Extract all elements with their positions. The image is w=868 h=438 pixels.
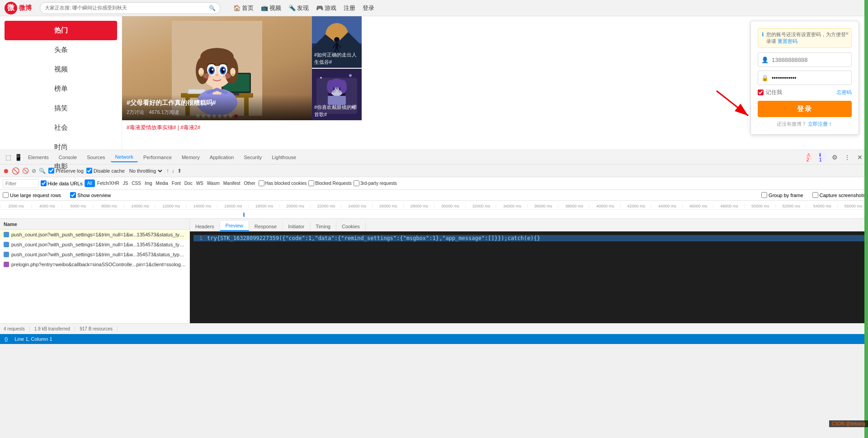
filter-manifest[interactable]: Manifest: [222, 180, 242, 187]
throttle-select[interactable]: No throttling: [127, 168, 164, 174]
notification-close-button[interactable]: ✕: [845, 31, 849, 37]
page-content: 热门 头条 视频 榜单 搞笑 社会 时尚 电影: [0, 16, 868, 150]
sidebar-item-fashion[interactable]: 时尚: [0, 137, 122, 157]
main-image-caption: #父母看好的工作真的很糟糕吗# 2万讨论 4676.1万阅读: [122, 94, 312, 120]
main-image-stats: 2万讨论 4676.1万阅读: [127, 109, 307, 116]
address-bar[interactable]: 大家正在搜: 哪个瞬间让你感受到秋天 🔍: [40, 2, 221, 14]
filter-media[interactable]: Media: [155, 180, 170, 187]
show-overview-checkbox[interactable]: [70, 192, 76, 198]
settings-icon[interactable]: ⚙: [830, 153, 839, 162]
sidebar-item-hot[interactable]: 热门: [5, 21, 117, 40]
sidebar-item-headlines[interactable]: 头条: [0, 40, 122, 60]
tab-memory[interactable]: Memory: [177, 153, 204, 162]
third-party-label[interactable]: 3rd-party requests: [354, 180, 397, 186]
login-button[interactable]: 登录: [758, 101, 852, 117]
options-right: Group by frame Capture screenshots: [761, 192, 865, 198]
import-icon[interactable]: ↑: [166, 168, 169, 174]
close-devtools-button[interactable]: ✕: [855, 153, 864, 162]
nav-links: 🏠 首页 📺 视频 🔦 发现 🎮 游戏 注册 登录: [233, 4, 374, 12]
tab-security[interactable]: Security: [239, 153, 266, 162]
requests-list: Name push_count.json?with_push_settings=…: [0, 219, 190, 323]
request-name: push_count.json?with_push_settings=1&tri…: [11, 252, 186, 257]
more-icon[interactable]: ⋮: [843, 153, 852, 162]
request-name: prelogin.php?entry=weibo&callback=sinaSS…: [11, 262, 186, 267]
large-request-rows-label[interactable]: Use large request rows: [3, 192, 61, 198]
hashtag-2[interactable]: #毒液2#: [180, 124, 200, 131]
weibo-logo-text: 微博: [19, 4, 32, 12]
show-overview-label[interactable]: Show overview: [70, 192, 111, 198]
nav-games[interactable]: 🎮 游戏: [316, 4, 336, 12]
filter-js[interactable]: JS: [122, 180, 130, 187]
svg-point-54: [349, 74, 352, 77]
blocked-requests-checkbox[interactable]: [308, 180, 314, 186]
hide-data-urls-checkbox[interactable]: [41, 180, 47, 186]
capture-screenshots-label[interactable]: Capture screenshots: [812, 192, 866, 198]
blocked-requests-label[interactable]: Blocked Requests: [308, 180, 352, 186]
capture-screenshots-checkbox[interactable]: [812, 192, 818, 198]
password-input[interactable]: [758, 71, 852, 85]
table-row[interactable]: push_count.json?with_push_settings=1&tri…: [0, 230, 189, 240]
register-link[interactable]: 立即注册！: [808, 121, 833, 127]
group-by-frame-label[interactable]: Group by frame: [761, 192, 803, 198]
sidebar-item-society[interactable]: 社会: [0, 118, 122, 137]
group-by-frame-checkbox[interactable]: [761, 192, 767, 198]
tab-lighthouse[interactable]: Lighthouse: [267, 153, 301, 162]
filter-wasm[interactable]: Wasm: [206, 180, 221, 187]
devtools-icons-right: ⚠ 2 ℹ 1 ⚙ ⋮ ✕: [805, 153, 864, 162]
filter-font[interactable]: Font: [170, 180, 182, 187]
reset-password-link[interactable]: 重置密码: [778, 38, 797, 44]
filter-doc[interactable]: Doc: [183, 180, 194, 187]
table-row[interactable]: push_count.json?with_push_settings=1&tri…: [0, 250, 189, 259]
export-icon[interactable]: ↓: [172, 168, 175, 174]
upload-icon[interactable]: ⬆: [177, 168, 182, 174]
filter-img[interactable]: Img: [143, 180, 154, 187]
error-badge[interactable]: ⚠ 2: [805, 153, 814, 162]
forgot-password-link[interactable]: 忘密码: [837, 89, 852, 96]
tab-performance[interactable]: Performance: [139, 153, 176, 162]
search-icon[interactable]: 🔍: [209, 5, 216, 11]
blocked-cookies-checkbox[interactable]: [259, 180, 264, 186]
nav-home[interactable]: 🏠 首页: [233, 4, 254, 12]
filter-input[interactable]: [3, 179, 39, 188]
sidebar-item-funny[interactable]: 搞笑: [0, 99, 122, 118]
remember-checkbox[interactable]: [758, 89, 764, 95]
nav-login[interactable]: 登录: [363, 4, 374, 12]
filter-fetch-xhr[interactable]: Fetch/XHR: [96, 180, 121, 187]
blocked-cookies-label[interactable]: Has blocked cookies: [259, 180, 307, 186]
tab-application[interactable]: Application: [205, 153, 239, 162]
table-row[interactable]: push_count.json?with_push_settings=1&tri…: [0, 240, 189, 250]
info-badge[interactable]: ℹ 1: [817, 153, 826, 162]
username-input[interactable]: [758, 52, 852, 67]
tab-preview[interactable]: Preview: [220, 221, 249, 231]
browser-nav: 微 微博 大家正在搜: 哪个瞬间让你感受到秋天 🔍 🏠 首页 📺 视频 🔦 发现…: [0, 0, 868, 16]
line-column-indicator: Line 1, Column 1: [14, 336, 52, 342]
tab-initiator[interactable]: Initiator: [283, 222, 310, 231]
nav-discover[interactable]: 🔦 发现: [288, 4, 309, 12]
request-type-icon: [4, 252, 9, 257]
nav-video[interactable]: 📺 视频: [261, 4, 281, 12]
tab-headers[interactable]: Headers: [190, 222, 220, 231]
sidebar-item-ranking[interactable]: 榜单: [0, 79, 122, 99]
detail-panel: Headers Preview Response Initiator Timin…: [190, 219, 868, 323]
filter-other[interactable]: Other: [243, 180, 257, 187]
svg-point-53: [320, 77, 322, 79]
filter-css[interactable]: CSS: [130, 180, 142, 187]
nav-register[interactable]: 注册: [344, 4, 355, 12]
hide-data-urls-label[interactable]: Hide data URLs: [41, 180, 83, 186]
detail-tabs: Headers Preview Response Initiator Timin…: [190, 219, 868, 231]
sidebar-item-video[interactable]: 视频: [0, 60, 122, 79]
hashtag-1[interactable]: #毒液爱情故事实锤#: [127, 124, 176, 131]
large-request-rows-checkbox[interactable]: [3, 192, 9, 198]
filter-all-button[interactable]: All: [85, 179, 95, 187]
third-party-checkbox[interactable]: [354, 180, 359, 186]
filter-ws[interactable]: WS: [195, 180, 205, 187]
tab-timing[interactable]: Timing: [310, 222, 336, 231]
side-image-bottom-label: #你喜欢戴眼镜的哪首歌#: [314, 104, 359, 118]
request-name: push_count.json?with_push_settings=1&tri…: [11, 232, 186, 237]
tab-cookies[interactable]: Cookies: [336, 222, 366, 231]
red-arrow-indicator: [712, 86, 757, 124]
tab-response[interactable]: Response: [249, 222, 283, 231]
scrollbar-indicator[interactable]: [864, 0, 868, 344]
sidebar-item-movie[interactable]: 电影: [0, 157, 122, 176]
table-row[interactable]: prelogin.php?entry=weibo&callback=sinaSS…: [0, 259, 189, 269]
